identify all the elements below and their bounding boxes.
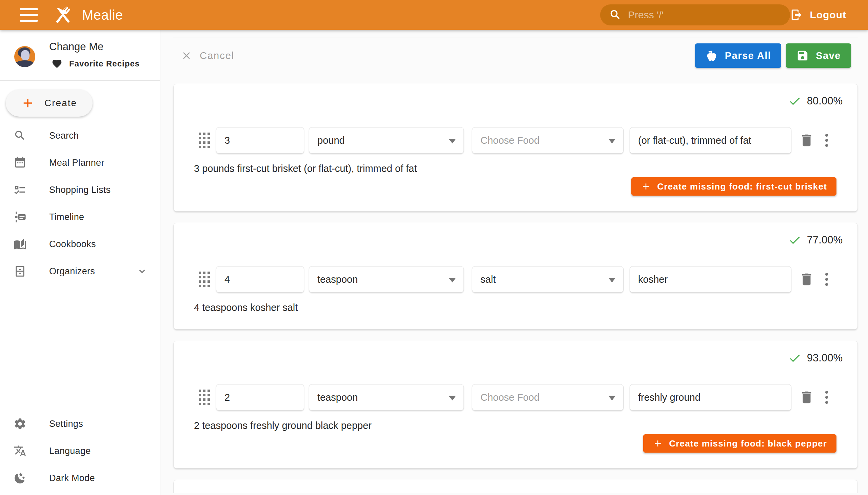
- confidence-value: 93.00%: [807, 352, 843, 364]
- ingredient-menu-button[interactable]: [822, 390, 831, 405]
- logout-icon: [790, 8, 803, 21]
- ingredient-row: [174, 384, 857, 411]
- plus-icon: [21, 96, 35, 110]
- unit-select[interactable]: [309, 127, 464, 154]
- delete-ingredient-button[interactable]: [799, 390, 814, 405]
- create-missing-food-button[interactable]: Create missing food: first-cut brisket: [631, 177, 836, 195]
- save-label: Save: [816, 50, 841, 62]
- confidence-value: 77.00%: [807, 234, 843, 246]
- sidebar-nav: Search Meal Planner Shopping Lists Timel…: [0, 122, 160, 285]
- sidebar-item-label: Settings: [49, 419, 83, 429]
- create-missing-food-button[interactable]: Create missing food: black pepper: [643, 434, 836, 453]
- parser-toolbar: Cancel Parse All Save: [173, 44, 858, 68]
- create-missing-food-label: Create missing food: black pepper: [669, 438, 827, 449]
- timeline-icon: [14, 210, 27, 223]
- trash-icon: [799, 390, 814, 405]
- food-value[interactable]: [472, 385, 623, 410]
- note-input[interactable]: [630, 385, 791, 410]
- quantity-input[interactable]: [216, 267, 304, 292]
- unit-value[interactable]: [309, 385, 463, 410]
- drag-handle-icon[interactable]: [199, 272, 210, 287]
- cancel-label: Cancel: [200, 50, 234, 62]
- food-select[interactable]: [472, 127, 624, 154]
- ingredient-card: 80.00%: [173, 84, 858, 211]
- check-icon: [788, 233, 802, 247]
- quantity-input[interactable]: [216, 127, 304, 153]
- ingredient-menu-button[interactable]: [822, 133, 831, 148]
- original-ingredient-text: 2 teaspoons freshly ground black pepper: [174, 420, 857, 432]
- food-select[interactable]: [472, 384, 624, 411]
- save-icon: [796, 49, 809, 62]
- sidebar-user-section: Change Me Favorite Recipes: [0, 30, 160, 81]
- menu-toggle-icon[interactable]: [20, 8, 38, 22]
- dropdown-arrow-icon: [448, 278, 456, 283]
- trash-icon: [799, 133, 814, 148]
- check-icon: [788, 94, 802, 108]
- quantity-input[interactable]: [216, 385, 304, 410]
- confidence-status: 80.00%: [174, 93, 857, 108]
- checklist-icon: [14, 184, 27, 196]
- global-search[interactable]: [600, 4, 790, 25]
- logout-button[interactable]: Logout: [790, 0, 846, 30]
- sidebar-item-label: Search: [49, 131, 79, 141]
- sidebar-item-label: Shopping Lists: [49, 185, 110, 195]
- delete-ingredient-button[interactable]: [799, 272, 814, 287]
- search-icon: [14, 129, 27, 142]
- sidebar-item-search[interactable]: Search: [0, 122, 160, 149]
- unit-select[interactable]: [309, 384, 464, 411]
- app-title: Mealie: [82, 7, 123, 23]
- ingredient-row: [174, 266, 857, 293]
- drag-handle-icon[interactable]: [199, 390, 210, 405]
- heart-icon: [52, 58, 62, 69]
- create-button[interactable]: Create: [6, 89, 92, 117]
- search-input[interactable]: [628, 9, 781, 21]
- unit-value[interactable]: [309, 267, 463, 292]
- sidebar-item-dark-mode[interactable]: Dark Mode: [0, 464, 160, 492]
- note-input[interactable]: [630, 267, 791, 292]
- note-input[interactable]: [630, 127, 791, 153]
- app-header: Mealie Logout: [0, 0, 868, 30]
- apple-icon: [705, 49, 718, 62]
- ingredient-menu-button[interactable]: [822, 272, 831, 287]
- sidebar-item-settings[interactable]: Settings: [0, 410, 160, 437]
- create-missing-food-label: Create missing food: first-cut brisket: [657, 182, 827, 192]
- avatar[interactable]: [14, 46, 35, 67]
- cancel-button[interactable]: Cancel: [181, 50, 234, 62]
- save-button[interactable]: Save: [786, 44, 851, 68]
- unit-value[interactable]: [309, 127, 463, 153]
- food-value[interactable]: [472, 127, 623, 153]
- favorite-recipes-label: Favorite Recipes: [69, 59, 140, 68]
- ingredient-card-list: 80.00%: [173, 84, 858, 493]
- food-value[interactable]: [472, 267, 623, 292]
- sidebar-item-label: Organizers: [49, 266, 95, 277]
- sidebar-item-meal-planner[interactable]: Meal Planner: [0, 149, 160, 176]
- sidebar-item-language[interactable]: Language: [0, 437, 160, 464]
- ingredient-card-partial: [173, 480, 858, 493]
- drag-handle-icon[interactable]: [199, 133, 210, 148]
- plus-icon: [641, 182, 651, 191]
- sidebar-item-timeline[interactable]: Timeline: [0, 203, 160, 231]
- ingredient-card: 93.00%: [173, 341, 858, 468]
- sidebar-item-organizers[interactable]: Organizers: [0, 258, 160, 285]
- user-name: Change Me: [49, 41, 103, 53]
- dropdown-arrow-icon: [608, 139, 616, 143]
- chevron-down-icon[interactable]: [136, 266, 148, 277]
- sidebar-item-cookbooks[interactable]: Cookbooks: [0, 231, 160, 258]
- favorite-recipes-link[interactable]: Favorite Recipes: [52, 58, 140, 69]
- sidebar-item-shopping-lists[interactable]: Shopping Lists: [0, 176, 160, 203]
- confidence-status: 93.00%: [174, 351, 857, 365]
- parse-all-button[interactable]: Parse All: [695, 44, 782, 68]
- food-select[interactable]: [472, 266, 624, 293]
- check-icon: [788, 351, 802, 365]
- original-ingredient-text: 4 teaspoons kosher salt: [174, 302, 857, 313]
- unit-select[interactable]: [309, 266, 464, 293]
- confidence-value: 80.00%: [807, 95, 843, 107]
- delete-ingredient-button[interactable]: [799, 133, 814, 148]
- logout-label: Logout: [810, 9, 846, 21]
- cabinet-icon: [14, 265, 27, 278]
- ingredient-row: [174, 127, 857, 154]
- parse-all-label: Parse All: [725, 50, 771, 62]
- sidebar-item-label: Language: [49, 446, 91, 456]
- book-icon: [14, 238, 27, 251]
- create-label: Create: [45, 98, 77, 108]
